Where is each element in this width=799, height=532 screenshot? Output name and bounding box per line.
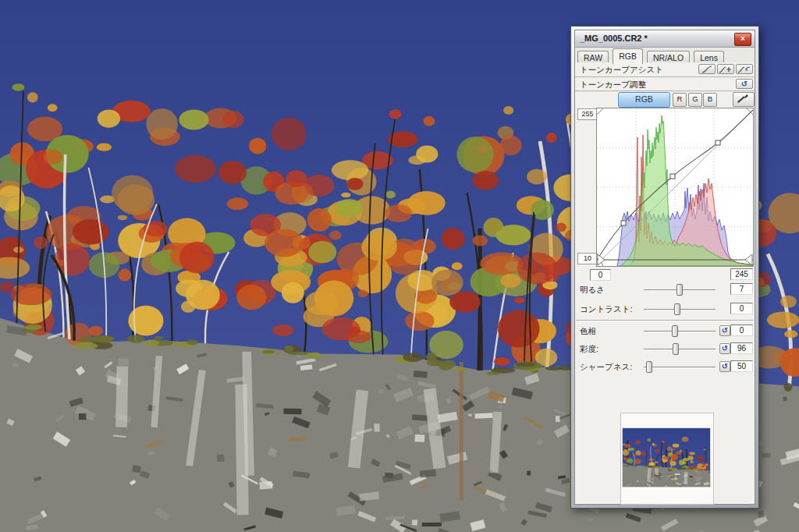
tab-rgb[interactable]: RGB	[613, 48, 643, 64]
sharpness-reset-button[interactable]: ↺	[719, 361, 730, 372]
output-min-label: 10	[577, 253, 598, 264]
saturation-value[interactable]: 96	[730, 342, 753, 354]
close-icon: ×	[740, 34, 745, 43]
tone-curve-adjust-reset-button[interactable]: ↺	[736, 79, 753, 89]
tone-curve-adjust-label: トーンカーブ調整	[580, 80, 646, 90]
window-title: _MG_0005.CR2 *	[580, 34, 648, 43]
tone-curve-tool-window: _MG_0005.CR2 * × RAW RGB NR/ALO Lens トーン…	[570, 26, 759, 509]
sharpness-knob[interactable]	[646, 361, 652, 373]
hue-row: 色相 ↺ 0	[575, 325, 755, 338]
contrast-value[interactable]: 0	[730, 303, 753, 314]
saturation-slider[interactable]	[644, 349, 716, 350]
undo-icon: ↺	[722, 362, 728, 371]
contrast-label: コントラスト:	[580, 304, 632, 315]
contrast-row: コントラスト: 0	[575, 303, 755, 316]
eyedropper-button[interactable]	[733, 92, 755, 107]
contrast-slider[interactable]	[644, 309, 716, 310]
tone-curve-assist-plus-button[interactable]	[717, 64, 734, 74]
channel-b-button[interactable]: B	[703, 93, 717, 107]
brightness-slider[interactable]	[644, 289, 716, 291]
sharpness-label: シャープネス:	[580, 362, 632, 373]
input-black-point-field[interactable]: 0	[590, 269, 611, 281]
tone-curve-icon	[701, 66, 713, 73]
tone-curve-graph[interactable]	[596, 108, 754, 267]
hue-slider[interactable]	[644, 331, 716, 332]
tool-window-body: _MG_0005.CR2 * × RAW RGB NR/ALO Lens トーン…	[574, 30, 755, 505]
window-titlebar[interactable]: _MG_0005.CR2 * ×	[575, 30, 755, 48]
hue-knob[interactable]	[672, 325, 678, 337]
section-separator	[576, 320, 754, 321]
sharpness-slider[interactable]	[644, 367, 716, 368]
saturation-row: 彩度: ↺ 96	[575, 342, 755, 356]
tone-curve-assist-label: トーンカーブアシスト	[580, 65, 663, 76]
sharpness-row: シャープネス: ↺ 50	[575, 360, 755, 374]
brightness-knob[interactable]	[676, 284, 683, 296]
saturation-knob[interactable]	[673, 343, 679, 355]
channel-selector-row: RGB R G B	[575, 90, 755, 108]
hue-reset-button[interactable]: ↺	[719, 325, 730, 336]
channel-r-button[interactable]: R	[673, 93, 687, 107]
preview-thumbnail-image[interactable]	[623, 428, 710, 487]
sharpness-value[interactable]: 50	[730, 360, 753, 372]
channel-rgb-button[interactable]: RGB	[618, 92, 670, 108]
hue-value[interactable]: 0	[730, 325, 753, 336]
tone-curve-adjust-row: トーンカーブ調整 ↺	[575, 77, 755, 91]
preview-thumbnail-frame	[620, 413, 714, 505]
brightness-label: 明るさ	[580, 285, 605, 296]
contrast-knob[interactable]	[674, 303, 680, 315]
tone-curve-assist-row: トーンカーブアシスト	[575, 62, 755, 77]
hue-label: 色相	[580, 326, 596, 337]
tone-curve-reset-icon	[737, 66, 751, 73]
input-white-point-field[interactable]: 245	[730, 268, 753, 280]
brightness-row: 明るさ 7	[575, 283, 755, 296]
saturation-reset-button[interactable]: ↺	[719, 343, 730, 354]
close-button[interactable]: ×	[734, 33, 751, 46]
undo-icon: ↺	[741, 80, 748, 88]
saturation-label: 彩度:	[580, 344, 598, 355]
tone-curve-plus-icon	[719, 66, 733, 73]
tab-bar: RAW RGB NR/ALO Lens	[575, 48, 755, 63]
tone-curve-assist-standard-button[interactable]	[698, 64, 716, 74]
screenshot-root: _MG_0005.CR2 * × RAW RGB NR/ALO Lens トーン…	[0, 0, 799, 532]
channel-g-button[interactable]: G	[688, 93, 702, 107]
undo-icon: ↺	[722, 344, 728, 353]
brightness-value[interactable]: 7	[730, 283, 753, 295]
output-max-label: 255	[577, 108, 598, 120]
tone-curve-assist-reset-button[interactable]	[736, 64, 753, 74]
undo-icon: ↺	[722, 326, 728, 335]
eyedropper-icon	[733, 93, 752, 105]
